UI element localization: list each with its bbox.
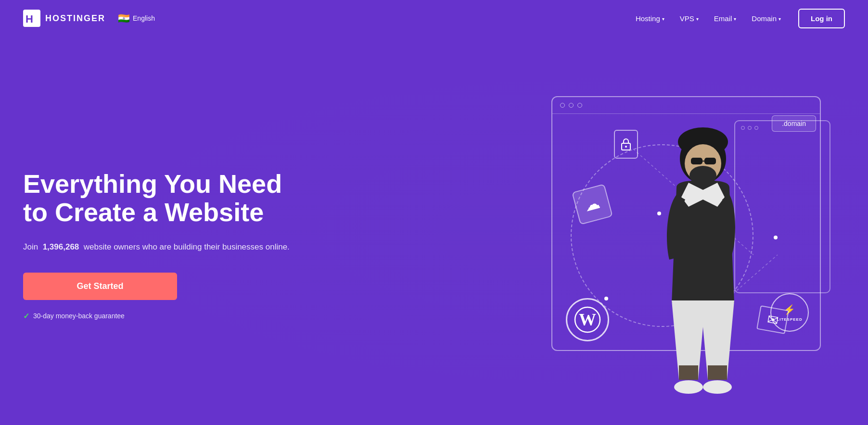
guarantee-text: 30-day money-back guarantee — [33, 312, 125, 320]
svg-point-16 — [703, 380, 732, 394]
svg-text:W: W — [579, 310, 596, 329]
browser-dot-3 — [577, 103, 582, 108]
chevron-down-icon: ▾ — [734, 16, 736, 22]
get-started-button[interactable]: Get Started — [23, 273, 177, 300]
browser-bar — [552, 97, 820, 114]
nav-email-label: Email — [714, 14, 732, 23]
browser-dot-1 — [560, 103, 565, 108]
check-icon: ✓ — [23, 312, 29, 321]
mail-icon: ✉ — [756, 305, 789, 334]
nav-hosting-label: Hosting — [636, 14, 660, 23]
nav-hosting[interactable]: Hosting ▾ — [630, 11, 670, 26]
logo-icon: H — [23, 10, 40, 27]
nav-domain[interactable]: Domain ▾ — [746, 11, 787, 26]
browser-dot-2-1 — [741, 126, 745, 130]
logo[interactable]: H HOSTINGER — [23, 10, 105, 27]
hero-section: Everything You Need to Create a Website … — [0, 37, 868, 425]
login-button[interactable]: Log in — [798, 9, 845, 28]
svg-text:H: H — [26, 13, 33, 25]
language-label: English — [133, 14, 155, 22]
guarantee-badge: ✓ 30-day money-back guarantee — [23, 312, 293, 321]
browser-dot-2-2 — [748, 126, 752, 130]
chevron-down-icon: ▾ — [779, 16, 781, 22]
domain-badge: .domain — [772, 115, 816, 132]
navbar-right: Hosting ▾ VPS ▾ Email ▾ Domain ▾ Log in — [630, 9, 845, 28]
wordpress-logo: W — [566, 298, 609, 341]
chevron-down-icon: ▾ — [662, 16, 664, 22]
ring-dot-right — [774, 236, 778, 239]
flag-icon: 🇮🇳 — [118, 12, 130, 24]
svg-point-15 — [674, 380, 703, 394]
subtitle-prefix: Join — [23, 242, 38, 251]
navbar-left: H HOSTINGER 🇮🇳 English — [23, 10, 159, 27]
svg-point-3 — [625, 146, 627, 148]
hero-content: Everything You Need to Create a Website … — [23, 170, 293, 321]
nav-vps-label: VPS — [680, 14, 694, 23]
hero-title: Everything You Need to Create a Website — [23, 170, 293, 227]
logo-text: HOSTINGER — [45, 13, 105, 24]
ring-dot-bottom-left — [604, 297, 608, 300]
browser-dot-2 — [569, 103, 574, 108]
user-count: 1,396,268 — [43, 242, 79, 251]
hero-visual: .domain ☁ W ⚡ LITESPEED ✉ — [537, 82, 835, 409]
nav-vps[interactable]: VPS ▾ — [674, 11, 704, 26]
navbar: H HOSTINGER 🇮🇳 English Hosting ▾ VPS ▾ E… — [0, 0, 868, 37]
subtitle-suffix: website owners who are building their bu… — [84, 242, 290, 251]
language-selector[interactable]: 🇮🇳 English — [114, 11, 159, 26]
hero-subtitle: Join 1,396,268 website owners who are bu… — [23, 240, 293, 253]
ring-dot-top — [657, 212, 661, 215]
browser-dot-2-3 — [754, 126, 758, 130]
nav-domain-label: Domain — [752, 14, 777, 23]
chevron-down-icon: ▾ — [696, 16, 699, 22]
decorative-ring — [571, 144, 753, 327]
domain-text: .domain — [782, 120, 806, 127]
nav-email[interactable]: Email ▾ — [708, 11, 742, 26]
